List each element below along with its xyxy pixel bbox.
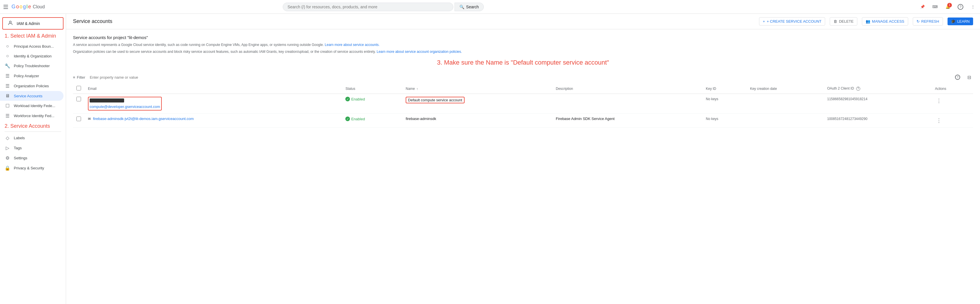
help-table-button[interactable]: ? [954, 73, 962, 81]
learn-more-org-policies-link[interactable]: Learn more about service account organiz… [377, 50, 462, 54]
terminal-button[interactable]: ⌨ [931, 2, 940, 11]
row1-email-masked [90, 98, 124, 103]
row2-description: Firebase Admin SDK Service Agent [552, 114, 702, 128]
refresh-icon: ↻ [916, 19, 920, 24]
filter-button[interactable]: ≡ Filter [73, 75, 85, 79]
delete-icon: 🗑 [834, 19, 837, 24]
svg-point-0 [10, 21, 11, 23]
description1: A service account represents a Google Cl… [73, 42, 973, 48]
table-actions-right: ? ⊟ [954, 73, 973, 81]
col-actions: Actions [931, 84, 973, 94]
learn-more-service-accounts-link[interactable]: Learn more about service accounts. [325, 43, 380, 47]
main-content: Service accounts + + CREATE SERVICE ACCO… [66, 14, 980, 304]
iam-admin-label: IAM & Admin [17, 21, 40, 26]
col-status: Status [342, 84, 402, 94]
select-all-checkbox[interactable] [76, 86, 81, 90]
search-button[interactable]: 🔍 Search [455, 3, 484, 11]
sidebar-item-principal-access[interactable]: ○ Principal Access Boun... [0, 41, 64, 51]
row2-actions: ⋮ [931, 114, 973, 128]
row2-email-link[interactable]: firebase-adminsdk-jvt2t@lit-demos.iam.gs… [93, 117, 194, 121]
sidebar-label-settings: Settings [14, 156, 27, 160]
create-service-account-button[interactable]: + + CREATE SERVICE ACCOUNT [759, 17, 825, 25]
row2-actions-menu[interactable]: ⋮ [935, 117, 943, 125]
sidebar-item-identity-org[interactable]: ○ Identity & Organization [0, 51, 64, 61]
service-accounts-table: Email Status Name ↑ Description Key ID K… [73, 84, 973, 128]
sidebar-item-policy-troubleshooter[interactable]: 🔧 Policy Troubleshooter [0, 61, 64, 71]
learn-button[interactable]: 🎓 LEARN [948, 17, 973, 25]
search-area: 🔍 Search [283, 3, 484, 11]
col-description: Description [552, 84, 702, 94]
content-body: Service accounts for project "lit-demos"… [66, 29, 980, 133]
sidebar-label-privacy: Privacy & Security [14, 166, 44, 170]
sidebar-item-org-policies[interactable]: ☰ Organization Policies [0, 81, 64, 91]
troubleshooter-icon: 🔧 [5, 63, 10, 69]
step2-annotation: 2. Service Accounts [0, 122, 66, 130]
sidebar-item-labels[interactable]: ◇ Labels [0, 133, 64, 143]
row2-status: ✓ Enabled [342, 114, 402, 128]
sidebar-item-policy-analyzer[interactable]: ☰ Policy Analyzer [0, 71, 64, 81]
more-options-button[interactable]: ⋮ [969, 2, 978, 11]
workload-icon: ☐ [5, 103, 10, 109]
refresh-button[interactable]: ↻ REFRESH [913, 17, 943, 25]
columns-button[interactable]: ⊟ [965, 73, 973, 81]
tags-icon: ▷ [5, 145, 10, 151]
menu-button[interactable] [2, 3, 9, 10]
sidebar-item-service-accounts[interactable]: 🖥 Service Accounts [0, 91, 64, 101]
row2-checkbox[interactable] [76, 117, 81, 121]
pin-button[interactable]: 📌 [918, 2, 927, 11]
org-policies-icon: ☰ [5, 83, 10, 89]
col-oauth: OAuth 2 Client ID ? [824, 84, 931, 94]
row2-status-dot: ✓ [345, 117, 350, 121]
sidebar-label-tags: Tags [14, 146, 22, 150]
terminal-icon: ⌨ [932, 5, 938, 9]
sidebar-label-service-accounts: Service Accounts [14, 94, 43, 98]
topbar: Google Cloud 🔍 Search 📌 ⌨ 🔔 1 ? ⋮ [0, 0, 980, 14]
sidebar-label-workload: Workload Identity Fede... [14, 104, 55, 108]
filter-input[interactable] [89, 74, 950, 81]
row1-actions-menu[interactable]: ⋮ [935, 97, 943, 105]
sidebar-label-workforce: Workforce Identity Fed... [14, 114, 54, 118]
oauth-help-icon[interactable]: ? [856, 87, 860, 91]
filter-icon: ≡ [73, 75, 75, 79]
service-accounts-icon: 🖥 [5, 93, 10, 98]
search-input[interactable] [288, 5, 449, 9]
identity-icon: ○ [5, 54, 10, 59]
manage-icon: 👥 [865, 19, 870, 24]
manage-access-button[interactable]: 👥 MANAGE ACCESS [862, 17, 908, 25]
step3-annotation: 3. Make sure the Name is "Default comput… [73, 59, 973, 66]
delete-button[interactable]: 🗑 DELETE [830, 17, 858, 25]
sidebar-item-privacy-security[interactable]: 🔒 Privacy & Security [0, 163, 64, 173]
sidebar-label-analyzer: Policy Analyzer [14, 74, 39, 78]
topbar-left: Google Cloud [2, 3, 65, 10]
content-title: Service accounts [73, 18, 112, 24]
row1-checkbox[interactable] [76, 97, 81, 101]
row1-description [552, 94, 702, 114]
pin-icon: 📌 [920, 5, 925, 9]
content-header: Service accounts + + CREATE SERVICE ACCO… [66, 14, 980, 29]
notification-button[interactable]: 🔔 1 [943, 2, 953, 11]
row1-name: Default compute service account [402, 94, 552, 114]
sidebar-item-tags[interactable]: ▷ Tags [0, 143, 64, 153]
sidebar-item-settings[interactable]: ⚙ Settings [0, 153, 64, 163]
google-cloud-logo: Google Cloud [11, 4, 45, 10]
workforce-icon: ☰ [5, 113, 10, 119]
help-button[interactable]: ? [956, 2, 965, 11]
col-email: Email [84, 84, 342, 94]
table-row: ✉ firebase-adminsdk-jvt2t@lit-demos.iam.… [73, 114, 973, 128]
analyzer-icon: ☰ [5, 73, 10, 79]
table-header-row: Email Status Name ↑ Description Key ID K… [73, 84, 973, 94]
table-row: compute@developer.gserviceaccount.com ✓ … [73, 94, 973, 114]
sidebar-label-identity: Identity & Organization [14, 54, 52, 58]
step1-annotation: 1. Select IAM & Admin [0, 32, 66, 40]
row2-status-enabled: ✓ Enabled [345, 117, 399, 121]
col-key-id: Key ID [702, 84, 747, 94]
col-name[interactable]: Name ↑ [402, 84, 552, 94]
col-key-creation: Key creation date [747, 84, 824, 94]
row2-key-id: No keys [702, 114, 747, 128]
row1-email-link[interactable]: compute@developer.gserviceaccount.com [90, 104, 160, 109]
iam-icon [8, 20, 13, 27]
sidebar-item-workload-identity[interactable]: ☐ Workload Identity Fede... [0, 101, 64, 111]
iam-admin-header[interactable]: IAM & Admin [2, 17, 64, 30]
sidebar-item-workforce-identity[interactable]: ☰ Workforce Identity Fed... [0, 111, 64, 121]
row2-email: ✉ firebase-adminsdk-jvt2t@lit-demos.iam.… [84, 114, 342, 128]
